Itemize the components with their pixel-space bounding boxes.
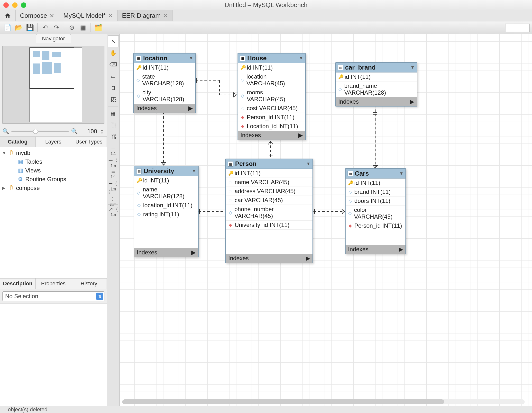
layer-tool[interactable]: ▭ (108, 71, 119, 82)
new-file-button[interactable]: 📄 (2, 23, 13, 32)
close-icon[interactable]: ✕ (108, 12, 113, 19)
entity-location[interactable]: ▦ location ▼ 🔑id INT(11) ◇state VARCHAR(… (133, 53, 196, 113)
column-row[interactable]: ◆Person_id INT(11) (346, 221, 405, 230)
column-row[interactable]: ◇rating INT(11) (134, 210, 198, 219)
entity-university[interactable]: ▦ University ▼ 🔑id INT(11) ◇name VARCHAR… (134, 166, 199, 257)
tree-tables[interactable]: ▦ Tables (2, 157, 105, 166)
tab-layers[interactable]: Layers (36, 137, 71, 147)
column-row[interactable]: 🔑id INT(11) (336, 73, 417, 82)
close-window-icon[interactable] (3, 2, 9, 8)
entity-header[interactable]: ▦ car_brand ▼ (336, 63, 417, 73)
tab-user-types[interactable]: User Types (71, 137, 107, 147)
home-icon[interactable] (0, 10, 16, 21)
save-button[interactable]: 💾 (25, 23, 35, 32)
new-object-button[interactable]: 🗂️ (93, 23, 104, 32)
note-tool[interactable]: 🗒 (108, 82, 119, 94)
chevron-down-icon[interactable]: ▼ (410, 65, 415, 70)
rel-n-m-tool[interactable]: 〉〈n:m (108, 192, 119, 203)
tree-db-compose[interactable]: ▶ 🛢 compose (2, 184, 105, 192)
column-row[interactable]: ◇phone_number VARCHAR(45) (226, 205, 313, 221)
minimize-window-icon[interactable] (12, 2, 18, 8)
scrollbar-thumb[interactable] (122, 399, 444, 404)
routine-tool[interactable]: ⿵ (108, 131, 119, 143)
hand-tool[interactable]: ✋ (108, 47, 119, 59)
navigator-tab[interactable]: Navigator (36, 34, 71, 43)
column-row[interactable]: ◇cost VARCHAR(45) (238, 104, 305, 113)
selection-dropdown[interactable]: No Selection ⇅ (2, 291, 104, 301)
zoom-stepper[interactable]: ▴▾ (100, 128, 104, 135)
entity-header[interactable]: ▦ Cars ▼ (346, 169, 405, 178)
image-tool[interactable]: 🖼 (108, 94, 119, 105)
chevron-down-icon[interactable]: ▼ (299, 56, 303, 61)
column-row[interactable]: ◇state VARCHAR(128) (134, 72, 195, 88)
column-row[interactable]: ◇brand_name VARCHAR(128) (336, 82, 417, 97)
column-row[interactable]: ◆Location_id INT(11) (238, 122, 305, 131)
search-input[interactable] (505, 24, 530, 32)
column-row[interactable]: 🔑id INT(11) (238, 63, 305, 72)
entity-header[interactable]: ▦ location ▼ (134, 54, 195, 63)
description-area[interactable] (0, 304, 107, 406)
column-row[interactable]: ◇address VARCHAR(45) (226, 187, 313, 196)
undo-button[interactable]: ↶ (40, 23, 50, 32)
column-row[interactable]: ◇name VARCHAR(45) (226, 178, 313, 187)
column-row[interactable]: 🔑id INT(11) (226, 169, 313, 178)
toggle-grid-button[interactable]: ⊘ (67, 23, 77, 32)
column-row[interactable]: ◆Person_id INT(11) (238, 113, 305, 122)
tree-views[interactable]: ▥ Views (2, 166, 105, 175)
column-row[interactable]: 🔑id INT(11) (346, 178, 405, 188)
indexes-row[interactable]: Indexes▶ (336, 97, 417, 106)
diagram-canvas[interactable]: ▦ location ▼ 🔑id INT(11) ◇state VARCHAR(… (120, 34, 532, 406)
column-row[interactable]: ◇doors INT(11) (346, 197, 405, 206)
column-row[interactable]: 🔑id INT(11) (134, 176, 198, 185)
chevron-down-icon[interactable]: ▼ (399, 171, 403, 176)
column-row[interactable]: ◇car VARCHAR(45) (226, 196, 313, 205)
chevron-down-icon[interactable]: ▼ (192, 169, 196, 174)
table-tool[interactable]: ▦ (108, 108, 119, 119)
close-icon[interactable]: ✕ (49, 12, 54, 19)
zoom-in-icon[interactable]: 🔍 (71, 128, 78, 134)
rel-1-1-nonident-tool[interactable]: ─1:1 (108, 145, 119, 157)
rel-1-1-ident-tool[interactable]: ━1:1 (108, 168, 119, 180)
column-row[interactable]: ◇location VARCHAR(45) (238, 72, 305, 88)
chevron-down-icon[interactable]: ▼ (189, 56, 193, 61)
catalog-tree[interactable]: ▼ 🛢 mydb ▦ Tables ▥ Views ⚙ Routine Grou… (0, 147, 107, 278)
tab-eer-diagram[interactable]: EER Diagram ✕ (118, 10, 172, 21)
pointer-tool[interactable]: ↖ (108, 36, 119, 47)
indexes-row[interactable]: Indexes▶ (134, 104, 195, 113)
tab-properties[interactable]: Properties (36, 279, 71, 289)
rel-existing-tool[interactable]: ↗〈1:n (108, 206, 119, 217)
eraser-tool[interactable]: ⌫ (108, 59, 119, 71)
column-row[interactable]: ◇name VARCHAR(128) (134, 185, 198, 201)
zoom-slider[interactable] (11, 131, 69, 132)
entity-header[interactable]: ▦ House ▼ (238, 54, 305, 63)
column-row[interactable]: 🔑id INT(11) (134, 63, 195, 72)
indexes-row[interactable]: Indexes▶ (226, 254, 313, 263)
column-row[interactable]: ◇brand INT(11) (346, 188, 405, 197)
indexes-row[interactable]: Indexes▶ (134, 248, 198, 257)
tab-description[interactable]: Description (0, 279, 36, 289)
align-button[interactable]: ▦ (78, 23, 88, 32)
tab-catalog[interactable]: Catalog (0, 137, 36, 147)
expand-icon[interactable]: ▼ (2, 150, 6, 156)
diagram-minimap[interactable] (2, 46, 104, 123)
tab-mysql-model[interactable]: MySQL Model* ✕ (59, 10, 118, 21)
column-row[interactable]: ◇color VARCHAR(45) (346, 206, 405, 221)
entity-header[interactable]: ▦ Person ▼ (226, 159, 313, 169)
view-tool[interactable]: ⿻ (108, 119, 119, 131)
zoom-knob[interactable] (33, 129, 38, 134)
tree-db-mydb[interactable]: ▼ 🛢 mydb (2, 149, 105, 157)
maximize-window-icon[interactable] (21, 2, 26, 8)
entity-person[interactable]: ▦ Person ▼ 🔑id INT(11) ◇name VARCHAR(45)… (225, 159, 313, 263)
minimap-viewport[interactable] (29, 47, 74, 89)
entity-header[interactable]: ▦ University ▼ (134, 166, 198, 176)
redo-button[interactable]: ↷ (51, 23, 62, 32)
entity-car-brand[interactable]: ▦ car_brand ▼ 🔑id INT(11) ◇brand_name VA… (335, 62, 417, 106)
entity-cars[interactable]: ▦ Cars ▼ 🔑id INT(11) ◇brand INT(11) ◇doo… (345, 168, 406, 254)
chevron-down-icon[interactable]: ▼ (306, 161, 311, 166)
expand-icon[interactable]: ▶ (2, 185, 6, 191)
rel-1-n-nonident-tool[interactable]: ─〈1:n (108, 157, 119, 168)
entity-house[interactable]: ▦ House ▼ 🔑id INT(11) ◇location VARCHAR(… (238, 53, 306, 140)
close-icon[interactable]: ✕ (163, 12, 168, 19)
column-row[interactable]: ◇city VARCHAR(128) (134, 88, 195, 104)
tree-routine-groups[interactable]: ⚙ Routine Groups (2, 175, 105, 184)
